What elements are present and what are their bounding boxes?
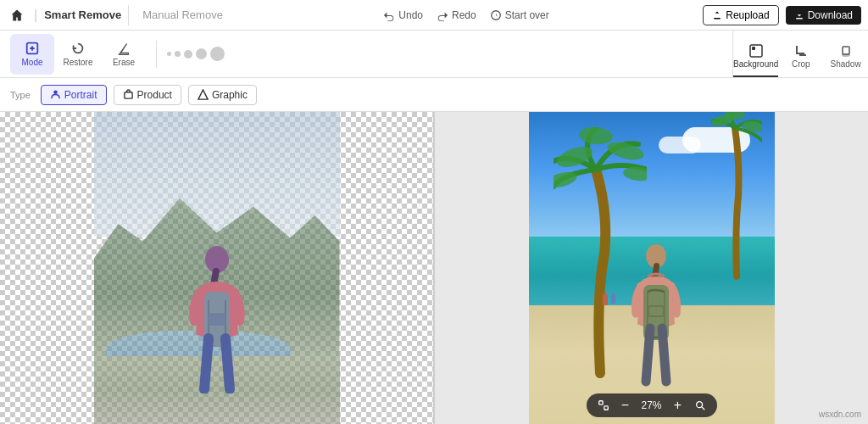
svg-point-18	[622, 165, 647, 181]
brush-size-s[interactable]	[175, 51, 181, 57]
undo-button[interactable]: Undo	[383, 9, 423, 21]
right-panel-tabs: Background Crop Shadow	[732, 31, 868, 78]
zoom-fit-button[interactable]	[595, 397, 612, 414]
brush-size-l[interactable]	[196, 48, 207, 59]
home-icon[interactable]	[7, 5, 27, 25]
svg-rect-14	[209, 313, 225, 326]
crop-tab[interactable]: Crop	[778, 36, 823, 77]
brush-size-xs[interactable]	[167, 52, 171, 56]
download-button[interactable]: Download	[786, 6, 861, 25]
inactive-tab[interactable]: Manual Remove	[136, 8, 230, 21]
reupload-button[interactable]: Reupload	[703, 5, 778, 25]
toolbar-divider	[156, 41, 157, 68]
brush-size-xl[interactable]	[210, 47, 225, 61]
zoom-reset-button[interactable]	[692, 397, 709, 414]
svg-rect-30	[598, 401, 602, 404]
header-center: Undo Redo Start over	[236, 9, 696, 21]
secondary-toolbar: Type Portrait Product Graphic	[0, 78, 868, 112]
erase-tool-button[interactable]: Erase	[102, 34, 146, 75]
type-label: Type	[10, 90, 31, 100]
person-figure-right	[622, 239, 690, 388]
zoom-in-button[interactable]: +	[670, 397, 687, 414]
watermark: wsxdn.com	[819, 410, 861, 419]
product-type-button[interactable]: Product	[114, 85, 181, 105]
svg-rect-7	[124, 92, 131, 98]
original-panel[interactable]	[0, 112, 435, 424]
svg-marker-8	[198, 90, 208, 99]
svg-point-32	[696, 402, 702, 408]
zoom-out-button[interactable]: −	[617, 397, 634, 414]
brush-size-row	[167, 47, 225, 61]
active-tab[interactable]: Smart Remove	[44, 8, 121, 21]
svg-rect-4	[843, 47, 849, 54]
redo-button[interactable]: Redo	[437, 9, 476, 21]
svg-rect-29	[649, 307, 663, 315]
logo-area: | Smart Remove	[7, 5, 129, 25]
output-panel[interactable]: − 27% +	[435, 112, 868, 424]
background-tab[interactable]: Background	[733, 36, 778, 77]
zoom-controls: − 27% +	[587, 393, 717, 417]
svg-point-6	[53, 90, 58, 94]
portrait-type-button[interactable]: Portrait	[41, 85, 107, 105]
output-image-container	[529, 112, 775, 424]
zoom-level: 27%	[639, 399, 665, 411]
person-figure-left	[179, 241, 255, 393]
main-content: − 27% + wsxdn.com	[0, 112, 868, 424]
palm-tree-right	[711, 112, 762, 281]
header-right: Reupload Download	[703, 5, 861, 25]
mode-tool-button[interactable]: Mode	[10, 34, 54, 75]
header-bar: | Smart Remove Manual Remove Undo Redo S…	[0, 0, 868, 31]
start-over-button[interactable]: Start over	[490, 9, 549, 21]
restore-tool-button[interactable]: Restore	[56, 34, 100, 75]
graphic-type-button[interactable]: Graphic	[188, 85, 257, 105]
tool-group: Mode Restore Erase	[10, 34, 146, 75]
svg-rect-31	[604, 406, 607, 410]
brush-size-m[interactable]	[184, 50, 192, 59]
svg-rect-2	[752, 47, 755, 50]
original-image-container	[94, 112, 340, 424]
svg-rect-1	[750, 45, 762, 57]
svg-line-33	[701, 407, 704, 410]
svg-point-16	[578, 127, 614, 146]
shadow-tab[interactable]: Shadow	[823, 36, 868, 77]
